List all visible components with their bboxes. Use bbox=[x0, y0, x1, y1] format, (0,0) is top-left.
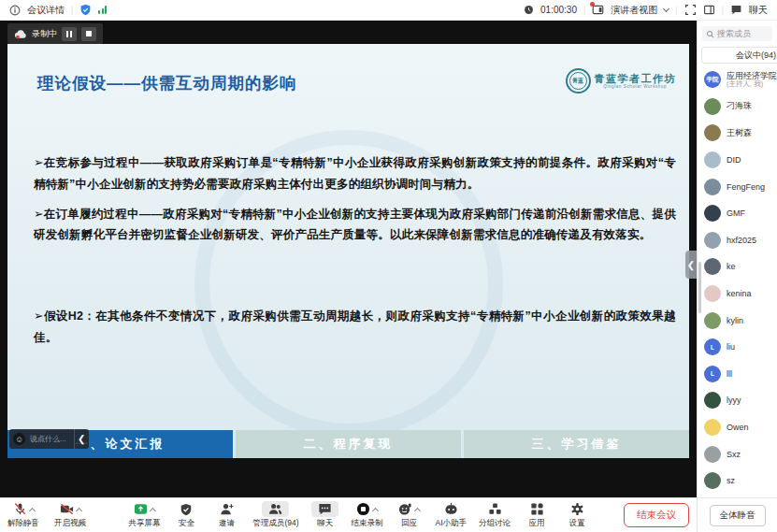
presentation-slide: 理论假设——供需互动周期的影响 青蓝 青蓝学者工作坊 Qinglan Schol… bbox=[7, 44, 689, 458]
security-button[interactable]: 安全 bbox=[172, 501, 200, 529]
stop-record-button[interactable]: 结束录制 bbox=[352, 501, 383, 529]
slide-title: 理论假设——供需互动周期的影响 bbox=[37, 72, 297, 94]
chat-icon bbox=[318, 502, 332, 516]
slide-tab-program-replication: 二、程序复现 bbox=[236, 430, 461, 458]
shield-icon bbox=[180, 503, 193, 516]
participant-row[interactable]: L liu bbox=[698, 334, 777, 361]
share-screen-button[interactable]: 共享屏幕 bbox=[128, 501, 160, 529]
chevron-up-icon[interactable] bbox=[75, 507, 81, 513]
divider: | bbox=[71, 6, 73, 15]
breakout-rooms-button[interactable]: 分组讨论 bbox=[479, 501, 511, 529]
participant-name: FengFeng bbox=[727, 182, 765, 192]
chat-panel-label[interactable]: 聊天 bbox=[749, 4, 768, 17]
mute-all-button[interactable]: 全体静音 bbox=[710, 505, 766, 526]
participant-row[interactable]: ke bbox=[698, 253, 777, 280]
participant-name: kenina bbox=[727, 289, 752, 298]
slide-tab-learning-reference: 三、学习借鉴 bbox=[464, 430, 689, 458]
stop-record-icon bbox=[356, 502, 370, 516]
avatar: 学院 bbox=[704, 71, 721, 88]
avatar bbox=[704, 258, 721, 275]
quick-chat-overlay: ☺ 说点什么... ❮ bbox=[9, 429, 89, 449]
participant-row[interactable]: Sxz bbox=[698, 440, 777, 467]
view-mode-icon[interactable] bbox=[592, 4, 604, 16]
stop-recording-button[interactable] bbox=[81, 27, 96, 41]
network-signal-icon[interactable] bbox=[98, 6, 107, 14]
avatar: L bbox=[704, 366, 721, 382]
participant-name: 王树森 bbox=[727, 127, 752, 139]
chevron-up-icon[interactable] bbox=[150, 507, 156, 513]
security-shield-icon[interactable] bbox=[79, 4, 92, 16]
participant-name: Sxz bbox=[727, 450, 741, 459]
search-members-input[interactable]: 搜索成员 bbox=[702, 26, 772, 41]
participant-row[interactable]: Owen bbox=[698, 414, 777, 441]
participant-row[interactable]: 王树森 bbox=[698, 120, 777, 147]
recording-bar: 录制中 bbox=[7, 23, 103, 44]
gear-icon bbox=[570, 502, 584, 516]
participant-row[interactable]: 学院 应用经济学院 (主持人, 我) bbox=[698, 66, 777, 93]
slide-section-tabs: 一、论文汇报 二、程序复现 三、学习借鉴 bbox=[7, 430, 689, 458]
divider: | bbox=[583, 6, 585, 15]
end-meeting-button[interactable]: 结束会议 bbox=[624, 503, 689, 527]
apps-button[interactable]: 应用 bbox=[523, 501, 551, 529]
cloud-recording-icon bbox=[14, 29, 27, 39]
panel-collapse-handle[interactable]: ❮ bbox=[685, 251, 697, 279]
settings-button[interactable]: 设置 bbox=[563, 501, 591, 529]
meeting-details-label[interactable]: 会议详情 bbox=[27, 4, 65, 17]
side-by-side-layout-icon[interactable] bbox=[703, 4, 715, 16]
ai-assistant-button[interactable]: AI小助手 bbox=[436, 501, 468, 529]
chevron-up-icon[interactable] bbox=[372, 507, 379, 513]
participant-role: (主持人, 我) bbox=[727, 80, 777, 89]
bullet-paragraph: ➢在竞标参与过程中——获取政府采购订单是“专精特新”中小企业获得政府采购创新政策… bbox=[34, 152, 676, 195]
participant-row[interactable]: kylin bbox=[698, 307, 777, 334]
start-video-button[interactable]: 开启视频 bbox=[54, 501, 86, 529]
participant-row[interactable]: 刁海珠 bbox=[698, 93, 777, 121]
participant-name: sz bbox=[727, 476, 735, 485]
logo-cn-text: 青蓝学者工作坊 bbox=[595, 73, 677, 85]
avatar bbox=[704, 98, 721, 115]
quick-chat-input[interactable]: 说点什么... bbox=[25, 434, 74, 444]
chevron-down-icon[interactable] bbox=[663, 5, 669, 11]
chat-button[interactable]: 聊天 bbox=[311, 501, 339, 529]
invite-button[interactable]: 邀请 bbox=[212, 501, 240, 529]
meeting-top-bar: 会议详情 | 01:00:30 | 演讲者视图 | | 聊天 bbox=[0, 0, 777, 21]
emoji-icon[interactable]: ☺ bbox=[13, 433, 25, 445]
participant-row[interactable]: hxf2025 bbox=[698, 227, 777, 254]
meeting-toolbar: 解除静音 开启视频 bbox=[0, 497, 697, 532]
info-icon[interactable] bbox=[9, 5, 21, 16]
reactions-button[interactable]: 回应 bbox=[396, 501, 424, 529]
participant-row[interactable]: sz bbox=[698, 467, 777, 495]
chevron-up-icon[interactable] bbox=[28, 507, 35, 513]
fullscreen-icon[interactable] bbox=[684, 4, 697, 16]
in-meeting-section-header[interactable]: 会议中(94) bbox=[701, 47, 777, 64]
manage-members-button[interactable]: 管理成员(94) bbox=[252, 501, 298, 529]
divider: | bbox=[722, 6, 724, 15]
avatar: L bbox=[704, 338, 721, 355]
chat-bubble-icon[interactable] bbox=[730, 4, 742, 16]
avatar bbox=[704, 285, 721, 302]
avatar bbox=[704, 205, 721, 222]
avatar bbox=[704, 419, 721, 436]
participant-name: hxf2025 bbox=[727, 236, 756, 245]
participant-row[interactable]: GMF bbox=[698, 200, 777, 227]
invite-person-icon bbox=[220, 502, 234, 516]
view-mode-label[interactable]: 演讲者视图 bbox=[611, 4, 657, 17]
participant-row[interactable]: L lll bbox=[698, 361, 777, 388]
participant-row[interactable]: FengFeng bbox=[698, 173, 777, 200]
scrollbar[interactable] bbox=[698, 262, 701, 313]
participant-name: 刁海珠 bbox=[727, 100, 752, 112]
clock-icon bbox=[524, 5, 534, 15]
meeting-duration: 01:00:30 bbox=[540, 5, 577, 15]
participant-name: kylin bbox=[727, 316, 743, 325]
collapse-chat-icon[interactable]: ❮ bbox=[74, 429, 89, 449]
unmute-button[interactable]: 解除静音 bbox=[7, 501, 39, 529]
participant-row[interactable]: lyyy bbox=[698, 387, 777, 414]
participant-row[interactable]: kenina bbox=[698, 280, 777, 308]
divider: | bbox=[675, 6, 677, 15]
chevron-up-icon[interactable] bbox=[414, 507, 421, 513]
participant-row[interactable]: DID bbox=[698, 147, 777, 174]
reaction-face-icon bbox=[398, 502, 412, 516]
avatar bbox=[704, 472, 721, 489]
share-screen-icon bbox=[134, 502, 148, 516]
apps-grid-icon bbox=[530, 502, 544, 516]
pause-recording-button[interactable] bbox=[62, 27, 77, 41]
